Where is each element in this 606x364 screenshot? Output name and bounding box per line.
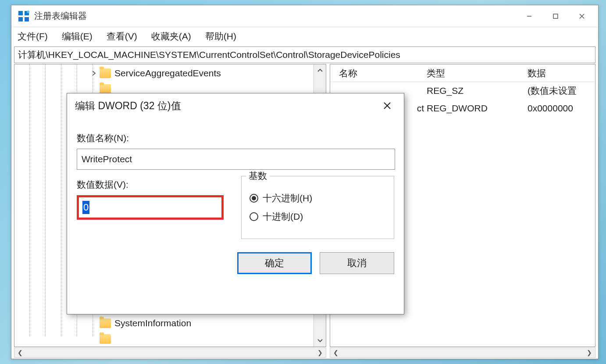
folder-icon	[100, 68, 111, 78]
menu-help[interactable]: 帮助(H)	[205, 30, 236, 43]
tree-item[interactable]: SystemInformation	[14, 315, 326, 331]
value-data-selection: 0	[82, 201, 89, 214]
tree-item-label: SystemInformation	[114, 318, 191, 328]
value-data-label: 数值数据(V):	[77, 178, 224, 191]
menu-favorites[interactable]: 收藏夹(A)	[151, 30, 191, 43]
radio-decimal[interactable]: 十进制(D)	[250, 211, 386, 223]
svg-rect-3	[25, 17, 29, 21]
scroll-right-icon[interactable]: ❯	[584, 349, 595, 356]
tree-horizontal-scrollbar[interactable]: ❮ ❯	[14, 347, 326, 358]
window-title: 注册表编辑器	[34, 10, 517, 22]
tree-item[interactable]	[14, 331, 326, 347]
value-name-input[interactable]: WriteProtect	[77, 149, 395, 170]
address-bar[interactable]: 计算机\HKEY_LOCAL_MACHINE\SYSTEM\CurrentCon…	[14, 46, 595, 63]
tree-guide	[61, 64, 61, 336]
base-legend: 基数	[246, 170, 270, 182]
window-controls	[517, 7, 595, 25]
value-name-text: WriteProtect	[82, 154, 132, 164]
radio-hex-label: 十六进制(H)	[263, 192, 312, 204]
value-type: REG_DWORD	[427, 103, 523, 114]
svg-rect-6	[553, 14, 558, 18]
radio-unselected-icon	[250, 212, 258, 221]
menu-file[interactable]: 文件(F)	[18, 30, 48, 43]
folder-icon	[100, 84, 111, 94]
close-button[interactable]	[569, 7, 595, 25]
value-name-label: 数值名称(N):	[77, 132, 394, 144]
column-header-data[interactable]: 数据	[523, 67, 595, 79]
value-data: (数值未设置	[523, 85, 595, 97]
scroll-down-icon[interactable]	[314, 334, 326, 346]
maximize-button[interactable]	[543, 7, 568, 25]
tree-item-label: ServiceAggregatedEvents	[114, 68, 221, 79]
horizontal-scrollbars: ❮ ❯ ❮ ❯	[14, 347, 595, 358]
folder-icon	[100, 334, 111, 344]
scroll-left-icon[interactable]: ❮	[330, 349, 342, 356]
regedit-app-icon	[18, 10, 30, 22]
menubar: 文件(F) 编辑(E) 查看(V) 收藏夹(A) 帮助(H)	[11, 27, 598, 46]
ok-button[interactable]: 确定	[237, 252, 312, 274]
radio-selected-icon	[250, 194, 258, 203]
column-header-name[interactable]: 名称	[330, 67, 427, 79]
values-header: 名称 类型 数据	[330, 64, 595, 82]
svg-point-4	[27, 11, 29, 13]
svg-rect-0	[18, 11, 23, 15]
tree-item[interactable]: ServiceAggregatedEvents	[14, 65, 326, 81]
address-text: 计算机\HKEY_LOCAL_MACHINE\SYSTEM\CurrentCon…	[18, 49, 400, 61]
value-data: 0x0000000	[523, 103, 595, 114]
edit-dword-dialog: 编辑 DWORD (32 位)值 数值名称(N): WriteProtect 数…	[67, 93, 404, 314]
radio-dec-label: 十进制(D)	[263, 211, 303, 223]
dialog-titlebar: 编辑 DWORD (32 位)值	[67, 93, 404, 118]
dialog-close-button[interactable]	[378, 97, 396, 114]
titlebar: 注册表编辑器	[11, 5, 598, 27]
values-horizontal-scrollbar[interactable]: ❮ ❯	[330, 347, 595, 358]
cancel-button-label: 取消	[347, 257, 367, 270]
scroll-right-icon[interactable]: ❯	[314, 349, 326, 356]
svg-rect-2	[18, 17, 23, 21]
tree-guide	[45, 64, 46, 336]
value-data-input[interactable]: 0	[77, 195, 224, 220]
dialog-title-text: 编辑 DWORD (32 位)值	[75, 99, 181, 113]
chevron-right-icon[interactable]	[90, 69, 98, 77]
folder-icon	[100, 318, 111, 328]
column-header-type[interactable]: 类型	[427, 67, 523, 79]
scroll-left-icon[interactable]: ❮	[14, 349, 26, 356]
cancel-button[interactable]: 取消	[320, 252, 394, 274]
tree-guide	[29, 64, 30, 336]
radio-hexadecimal[interactable]: 十六进制(H)	[250, 192, 386, 204]
dialog-buttons: 确定 取消	[67, 245, 404, 274]
minimize-button[interactable]	[517, 7, 542, 25]
ok-button-label: 确定	[265, 257, 284, 270]
menu-edit[interactable]: 编辑(E)	[62, 30, 93, 43]
base-groupbox: 基数 十六进制(H) 十进制(D)	[241, 176, 394, 239]
dialog-body: 数值名称(N): WriteProtect 数值数据(V): 0 基数 十六进制…	[67, 118, 404, 245]
scroll-up-icon[interactable]	[314, 64, 326, 77]
value-type: REG_SZ	[427, 86, 523, 96]
menu-view[interactable]: 查看(V)	[107, 30, 137, 43]
